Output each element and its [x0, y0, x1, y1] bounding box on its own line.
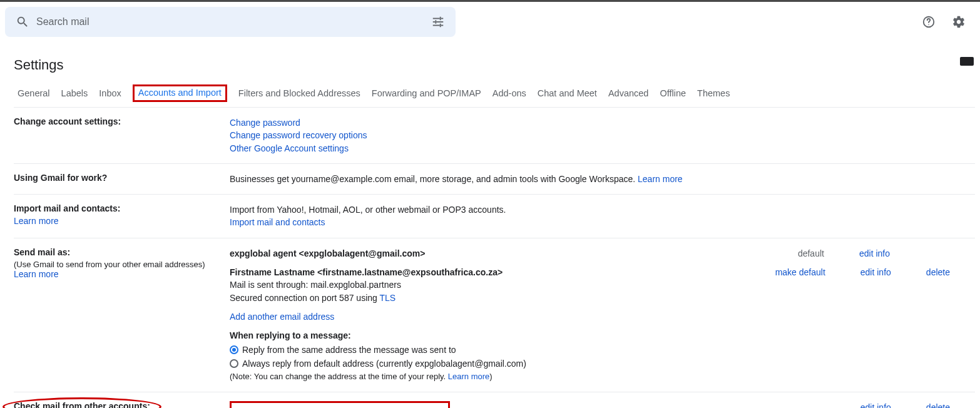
svg-rect-5 [441, 25, 444, 26]
search-input[interactable] [35, 16, 426, 28]
settings-gear-icon[interactable] [946, 9, 971, 34]
check-mail-1-edit-info[interactable]: edit info [860, 401, 891, 408]
tab-themes[interactable]: Themes [697, 84, 730, 102]
send-as-1-default-label: default [798, 247, 824, 260]
help-icon[interactable] [916, 9, 941, 34]
gmail-work-text: Businesses get yourname@example.com emai… [230, 174, 638, 184]
gmail-work-heading: Using Gmail for work? [14, 173, 217, 183]
settings-tabs: General Labels Inbox Accounts and Import… [14, 84, 975, 102]
tab-accounts-import[interactable]: Accounts and Import [133, 84, 227, 102]
svg-rect-3 [436, 21, 443, 23]
send-as-2-secured: Secured connection on port 587 using [230, 293, 379, 303]
reply-same-radio[interactable] [230, 345, 238, 354]
send-as-2-sent-through: Mail is sent through: mail.expglobal.par… [230, 278, 503, 291]
gmail-work-learn-more[interactable]: Learn more [638, 174, 683, 184]
svg-rect-4 [433, 25, 440, 26]
send-as-2-delete[interactable]: delete [926, 266, 950, 278]
change-password-link[interactable]: Change password [230, 118, 300, 128]
send-as-address-1: expglobal agent <expglobalagent@gmail.co… [230, 247, 425, 260]
import-mail-text: Import from Yahoo!, Hotmail, AOL, or oth… [230, 203, 975, 216]
send-as-1-edit-info[interactable]: edit info [859, 247, 890, 260]
tab-inbox[interactable]: Inbox [99, 84, 121, 102]
svg-rect-6 [440, 17, 441, 21]
change-recovery-link[interactable]: Change password recovery options [230, 130, 367, 140]
tab-addons[interactable]: Add-ons [493, 84, 526, 102]
check-mail-1-delete[interactable]: delete [926, 401, 950, 408]
tab-labels[interactable]: Labels [61, 84, 88, 102]
reply-note-b: ) [489, 372, 492, 381]
svg-rect-7 [435, 20, 436, 24]
send-as-2-edit-info[interactable]: edit info [860, 266, 891, 278]
send-as-2-make-default[interactable]: make default [775, 266, 825, 278]
tab-chat-meet[interactable]: Chat and Meet [538, 84, 597, 102]
send-mail-as-subtext: (Use Gmail to send from your other email… [14, 260, 217, 269]
reply-default-label: Always reply from default address (curre… [242, 357, 526, 370]
check-mail-heading: Check mail from other accounts: [14, 401, 150, 408]
search-icon[interactable] [10, 15, 35, 29]
import-mail-action[interactable]: Import mail and contacts [230, 217, 325, 227]
check-mail-address-1: firstname.lastname@expsouthafrica.co.za … [237, 405, 443, 408]
reply-note-learn-more[interactable]: Learn more [448, 372, 489, 381]
import-mail-heading: Import mail and contacts: [14, 203, 217, 213]
tab-general[interactable]: General [18, 84, 50, 102]
tab-offline[interactable]: Offline [660, 84, 686, 102]
send-as-2-tls-link[interactable]: TLS [379, 293, 396, 303]
svg-rect-2 [433, 21, 436, 23]
svg-point-10 [928, 24, 929, 25]
reply-note-a: (Note: You can change the address at the… [230, 372, 448, 381]
other-account-settings-link[interactable]: Other Google Account settings [230, 143, 349, 153]
import-mail-learn-more[interactable]: Learn more [14, 216, 59, 226]
send-as-address-2: Firstname Lastname <firstname.lastname@e… [230, 266, 503, 278]
tab-forwarding[interactable]: Forwarding and POP/IMAP [372, 84, 481, 102]
page-title: Settings [14, 57, 975, 73]
send-mail-as-learn-more[interactable]: Learn more [14, 269, 59, 279]
change-account-heading: Change account settings: [14, 116, 217, 126]
svg-rect-1 [441, 18, 444, 19]
keyboard-input-indicator[interactable] [960, 57, 974, 66]
svg-rect-8 [440, 24, 441, 28]
search-box[interactable] [5, 7, 456, 37]
reply-default-radio[interactable] [230, 359, 238, 368]
search-options-icon[interactable] [426, 15, 451, 29]
tab-filters[interactable]: Filters and Blocked Addresses [238, 84, 360, 102]
send-mail-as-heading: Send mail as: [14, 247, 217, 257]
tab-advanced[interactable]: Advanced [608, 84, 649, 102]
add-another-email-link[interactable]: Add another email address [230, 312, 334, 322]
when-replying-heading: When replying to a message: [230, 329, 975, 342]
svg-rect-0 [433, 18, 440, 19]
reply-same-label: Reply from the same address the message … [242, 344, 456, 356]
